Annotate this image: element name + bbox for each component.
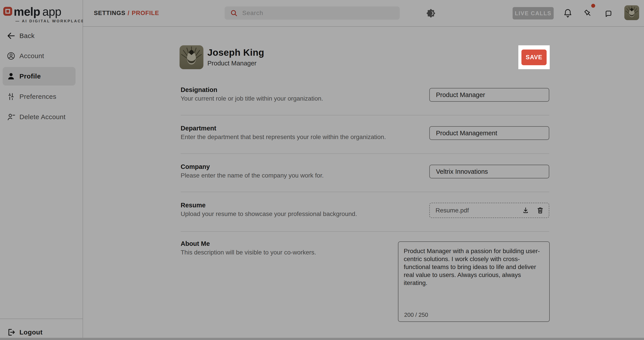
save-button-spotlight: SAVE bbox=[518, 45, 550, 69]
window-bottom-edge bbox=[0, 338, 644, 340]
breadcrumb-settings[interactable]: SETTINGS bbox=[94, 10, 126, 17]
sidebar-item-profile[interactable]: Profile bbox=[3, 67, 76, 86]
breadcrumb-separator: / bbox=[128, 10, 130, 17]
brand-name-secondary: app bbox=[42, 5, 61, 18]
company-input[interactable] bbox=[429, 165, 549, 178]
field-description-about-me: This description will be visible to your… bbox=[181, 249, 316, 256]
brand-name-primary: melp bbox=[14, 5, 40, 18]
brand-logo: melpapp — AI DIGITAL WORKPLACE — bbox=[0, 0, 83, 27]
row-divider bbox=[181, 115, 549, 115]
app-window: melpapp — AI DIGITAL WORKPLACE — Back Ac… bbox=[0, 0, 644, 340]
sidebar-item-preferences[interactable]: Preferences bbox=[0, 87, 83, 106]
field-description-designation: Your current role or job title within yo… bbox=[181, 95, 323, 102]
row-divider bbox=[181, 192, 549, 192]
preferences-sliders-icon bbox=[6, 92, 16, 102]
account-icon bbox=[6, 51, 16, 61]
save-button[interactable]: SAVE bbox=[522, 50, 546, 65]
melp-logo-icon bbox=[3, 7, 12, 16]
live-calls-button[interactable]: LIVE CALLS bbox=[512, 7, 554, 20]
back-label: Back bbox=[20, 32, 35, 40]
breadcrumb-profile: PROFILE bbox=[132, 10, 159, 17]
profile-avatar[interactable] bbox=[180, 45, 204, 69]
search-box[interactable] bbox=[224, 7, 400, 20]
field-label-about-me: About Me bbox=[181, 240, 210, 247]
sidebar-item-delete-account[interactable]: Delete Account bbox=[0, 107, 83, 127]
resume-upload-box[interactable]: Resume.pdf bbox=[429, 203, 549, 218]
topbar-user-avatar[interactable] bbox=[624, 5, 639, 20]
topbar: SETTINGS / PROFILE LIVE CALLS bbox=[83, 0, 644, 27]
sidebar-divider bbox=[0, 318, 83, 319]
delete-resume-button[interactable] bbox=[536, 206, 544, 215]
department-input[interactable] bbox=[429, 126, 549, 140]
sidebar: melpapp — AI DIGITAL WORKPLACE — Back Ac… bbox=[0, 0, 83, 340]
character-counter: 200 / 250 bbox=[404, 311, 428, 318]
breadcrumb: SETTINGS / PROFILE bbox=[94, 0, 159, 26]
theme-toggle-icon[interactable] bbox=[426, 8, 436, 18]
sidebar-item-label: Delete Account bbox=[20, 113, 66, 121]
pin-icon[interactable] bbox=[583, 8, 593, 18]
brand-name: melpapp bbox=[14, 5, 61, 18]
field-label-designation: Designation bbox=[181, 86, 217, 94]
field-label-resume: Resume bbox=[181, 202, 206, 209]
notifications-bell-icon[interactable] bbox=[563, 8, 573, 18]
logout-label: Logout bbox=[20, 328, 42, 336]
back-arrow-icon bbox=[6, 31, 16, 41]
download-resume-button[interactable] bbox=[522, 206, 530, 215]
about-me-field: Product Manager with a passion for build… bbox=[398, 241, 550, 322]
resume-file-name: Resume.pdf bbox=[436, 207, 469, 214]
profile-job-title: Product Manager bbox=[208, 60, 256, 67]
row-divider bbox=[181, 153, 549, 154]
designation-input[interactable] bbox=[429, 88, 549, 102]
search-input[interactable] bbox=[242, 10, 375, 17]
row-divider bbox=[181, 231, 549, 232]
profile-icon bbox=[6, 71, 16, 81]
about-me-textarea[interactable]: Product Manager with a passion for build… bbox=[398, 242, 549, 321]
sidebar-item-label: Profile bbox=[20, 73, 41, 80]
field-label-company: Company bbox=[181, 163, 210, 170]
field-description-company: Please enter the name of the company you… bbox=[181, 172, 324, 179]
search-icon bbox=[230, 9, 238, 18]
brand-tagline: — AI DIGITAL WORKPLACE — bbox=[16, 19, 91, 24]
sidebar-item-label: Preferences bbox=[20, 93, 56, 100]
profile-name: Joseph King bbox=[208, 47, 264, 58]
sidebar-item-label: Account bbox=[20, 52, 44, 60]
chat-icon[interactable] bbox=[604, 9, 614, 19]
field-description-department: Enter the department that best represent… bbox=[181, 134, 386, 141]
person-remove-icon bbox=[6, 112, 16, 122]
field-description-resume: Upload your resume to showcase your prof… bbox=[181, 210, 357, 217]
logout-button[interactable]: Logout bbox=[0, 322, 83, 340]
sidebar-item-account[interactable]: Account bbox=[0, 46, 83, 66]
logout-icon bbox=[6, 327, 16, 337]
back-button[interactable]: Back bbox=[0, 26, 83, 46]
pin-notification-dot bbox=[591, 4, 595, 8]
field-label-department: Department bbox=[181, 125, 216, 132]
